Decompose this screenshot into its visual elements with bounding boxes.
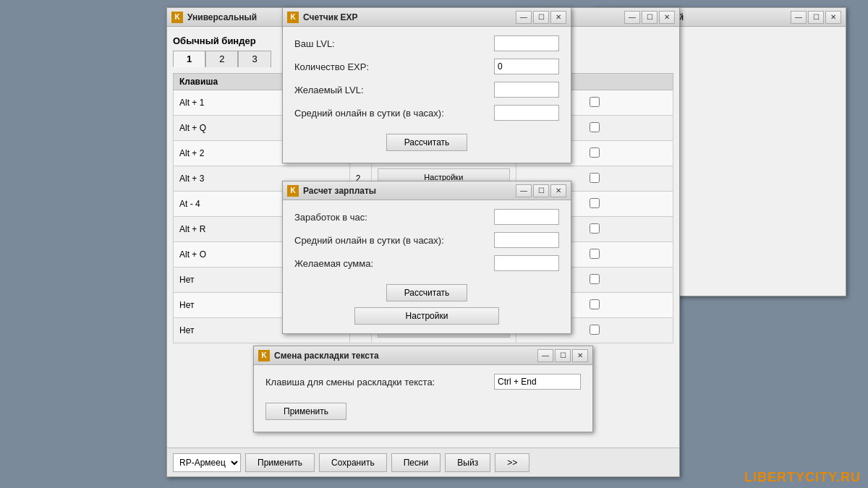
layout-min-button[interactable]: — — [537, 349, 553, 362]
exp-online-label: Средний онлайн в сутки (в часах): — [294, 108, 494, 119]
exp-min-button[interactable]: — — [516, 11, 532, 24]
exp-max-button[interactable]: ☐ — [533, 11, 549, 24]
bg-close-button[interactable]: ✕ — [825, 11, 841, 24]
salary-controls: — ☐ ✕ — [516, 184, 566, 197]
bg-window-controls: — ☐ ✕ — [791, 11, 841, 24]
exp-desired-lvl-row: Желаемый LVL: — [294, 82, 559, 98]
watermark-ru: .RU — [836, 470, 861, 484]
salary-desired-label: Желаемая сумма: — [294, 258, 494, 269]
salary-titlebar[interactable]: K Расчет зарплаты — ☐ ✕ — [283, 181, 571, 200]
layout-key-label: Клавиша для смены раскладки текста: — [265, 377, 494, 388]
layout-dialog: K Смена раскладки текста — ☐ ✕ Клавиша д… — [253, 346, 593, 432]
flood-checkbox[interactable] — [590, 198, 600, 208]
layout-key-row: Клавиша для смены раскладки текста: — [265, 374, 581, 390]
salary-dialog: K Расчет зарплаты — ☐ ✕ Заработок в час:… — [282, 181, 571, 334]
salary-online-input[interactable] — [494, 232, 559, 248]
flood-checkbox[interactable] — [590, 274, 600, 284]
salary-hourly-label: Заработок в час: — [294, 212, 494, 223]
layout-max-button[interactable]: ☐ — [555, 349, 571, 362]
salary-icon: K — [287, 185, 299, 197]
salary-min-button[interactable]: — — [516, 184, 532, 197]
salary-close-button[interactable]: ✕ — [550, 184, 566, 197]
watermark-city: CITY — [805, 470, 836, 484]
layout-key-input[interactable] — [494, 374, 581, 390]
salary-footer: Рассчитать — [294, 278, 559, 304]
main-close-button[interactable]: ✕ — [659, 11, 675, 24]
salary-hourly-row: Заработок в час: — [294, 209, 559, 225]
exp-desired-lvl-label: Желаемый LVL: — [294, 85, 494, 95]
flood-checkbox[interactable] — [590, 147, 600, 158]
exp-dialog: K Счетчик EXP — ☐ ✕ Ваш LVL: Количество … — [282, 7, 571, 163]
flood-checkbox[interactable] — [590, 122, 600, 132]
bg-max-button[interactable]: ☐ — [808, 11, 824, 24]
tab-2[interactable]: 2 — [205, 51, 238, 67]
exp-online-row: Средний онлайн в сутки (в часах): — [294, 105, 559, 121]
bg-min-button[interactable]: — — [791, 11, 807, 24]
flood-checkbox[interactable] — [590, 325, 600, 335]
watermark: LIBERTYCITY.RU — [737, 467, 868, 488]
tab-1[interactable]: 1 — [173, 51, 205, 67]
main-max-button[interactable]: ☐ — [642, 11, 658, 24]
exit-button[interactable]: Выйз — [445, 453, 490, 472]
exp-lvl-input[interactable] — [494, 35, 559, 51]
exp-footer: Рассчитать — [294, 128, 559, 154]
bottom-toolbar: RP-Армеец Применить Сохранить Песни Выйз… — [167, 448, 679, 476]
exp-count-input[interactable] — [494, 59, 559, 74]
exp-icon: K — [287, 12, 299, 23]
main-window-icon: K — [171, 12, 183, 23]
watermark-liberty: LIBERTY — [744, 470, 805, 484]
salary-hourly-input[interactable] — [494, 209, 559, 225]
salary-calc-button[interactable]: Рассчитать — [386, 284, 468, 301]
exp-titlebar[interactable]: K Счетчик EXP — ☐ ✕ — [283, 8, 571, 27]
layout-apply-button[interactable]: Применить — [265, 403, 346, 420]
profile-dropdown[interactable]: RP-Армеец — [173, 453, 241, 472]
apply-button[interactable]: Применить — [245, 453, 315, 472]
flood-checkbox[interactable] — [590, 173, 600, 183]
salary-desired-input[interactable] — [494, 255, 559, 271]
exp-title: Счетчик EXP — [303, 12, 516, 22]
salary-online-row: Средний онлайн в сутки (в часах): — [294, 232, 559, 248]
salary-max-button[interactable]: ☐ — [533, 184, 549, 197]
layout-footer: Применить — [265, 397, 581, 423]
salary-online-label: Средний онлайн в сутки (в часах): — [294, 235, 494, 246]
save-button[interactable]: Сохранить — [319, 453, 387, 472]
flood-checkbox[interactable] — [590, 223, 600, 234]
layout-icon: K — [258, 350, 270, 361]
salary-body: Заработок в час: Средний онлайн в сутки … — [283, 200, 571, 333]
exp-close-button[interactable]: ✕ — [550, 11, 566, 24]
flood-checkbox[interactable] — [590, 249, 600, 259]
layout-close-button[interactable]: ✕ — [572, 349, 588, 362]
tab-3[interactable]: 3 — [238, 51, 271, 67]
exp-online-input[interactable] — [494, 105, 559, 121]
main-window-controls: — ☐ ✕ — [624, 11, 675, 24]
layout-body: Клавиша для смены раскладки текста: Прим… — [254, 365, 592, 432]
exp-count-label: Количество EXP: — [294, 61, 494, 72]
exp-lvl-row: Ваш LVL: — [294, 35, 559, 51]
exp-controls: — ☐ ✕ — [516, 11, 566, 24]
salary-desired-row: Желаемая сумма: — [294, 255, 559, 271]
exp-count-row: Количество EXP: — [294, 59, 559, 74]
salary-title: Расчет зарплаты — [303, 186, 516, 196]
more-button[interactable]: >> — [495, 453, 529, 472]
flood-checkbox[interactable] — [590, 97, 600, 107]
exp-body: Ваш LVL: Количество EXP: Желаемый LVL: С… — [283, 27, 571, 163]
songs-button[interactable]: Песни — [391, 453, 441, 472]
exp-calc-button[interactable]: Рассчитать — [386, 134, 468, 151]
exp-desired-lvl-input[interactable] — [494, 82, 559, 98]
exp-lvl-label: Ваш LVL: — [294, 38, 494, 49]
layout-titlebar[interactable]: K Смена раскладки текста — ☐ ✕ — [254, 346, 592, 365]
main-min-button[interactable]: — — [624, 11, 640, 24]
layout-controls: — ☐ ✕ — [537, 349, 588, 362]
flood-checkbox[interactable] — [590, 299, 600, 309]
layout-title: Смена раскладки текста — [274, 351, 537, 361]
salary-settings-button[interactable]: Настройки — [354, 307, 499, 325]
salary-settings-row: Настройки — [294, 307, 559, 325]
